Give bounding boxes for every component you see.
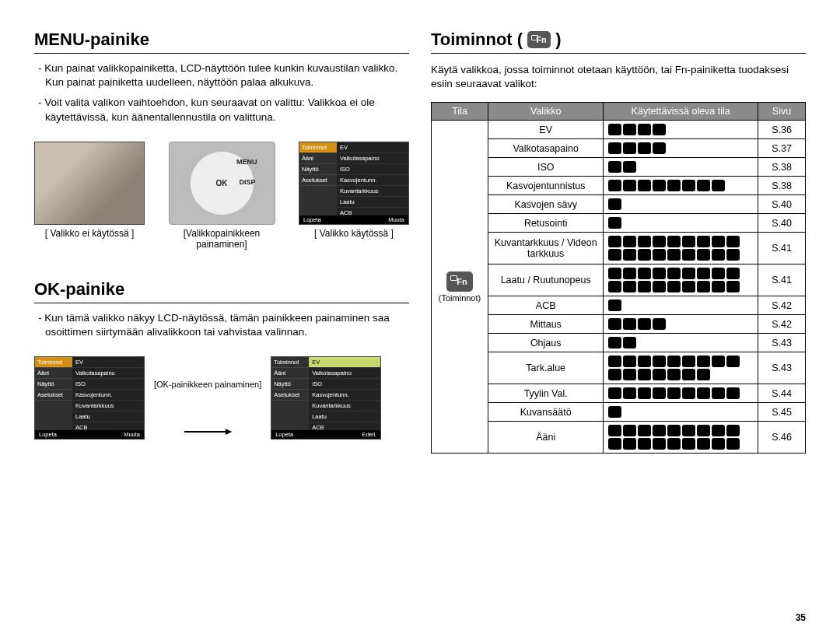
sivu-cell: S.37 <box>758 139 806 158</box>
sivu-cell: S.43 <box>758 334 806 352</box>
valikko-cell: Mittaus <box>488 315 604 334</box>
sivu-cell: S.45 <box>758 403 806 422</box>
mode-icon <box>667 369 681 380</box>
dial-menu-label: MENU <box>236 158 257 166</box>
mode-icon <box>608 318 621 330</box>
dial-ok-label: OK <box>216 179 228 187</box>
mode-icon <box>726 281 740 292</box>
mode-icon <box>712 438 725 450</box>
modes-cell <box>604 139 758 158</box>
mode-icon <box>638 369 651 380</box>
mode-icon <box>638 268 651 279</box>
table-row: Tark.alueS.43 <box>432 352 806 384</box>
sivu-cell: S.44 <box>758 384 806 403</box>
lcd-no-menu <box>34 142 145 225</box>
mode-icon <box>697 236 710 247</box>
menu-heading: MENU-painike <box>34 30 409 54</box>
mode-icon <box>726 387 740 399</box>
mode-icon <box>638 425 651 436</box>
mode-icon <box>608 249 621 261</box>
table-row: ACBS.42 <box>432 296 806 315</box>
table-row: KuvansäätöS.45 <box>432 403 806 422</box>
valikko-cell: Retusointi <box>488 214 604 233</box>
mode-icon <box>682 387 695 399</box>
mode-icon <box>608 356 621 367</box>
mode-icon <box>638 281 651 292</box>
mode-icon <box>697 281 710 292</box>
tila-label: (Toiminnot) <box>439 293 481 303</box>
mode-icon <box>638 249 651 261</box>
mode-icon <box>608 180 621 191</box>
mode-icon <box>608 268 621 279</box>
toiminnot-heading: Toiminnot ( Fn ) <box>431 30 806 54</box>
mode-icon <box>682 236 695 247</box>
ok-menu-sidebar-2: Toiminnot Ääni Näyttö Asetukset <box>271 357 309 439</box>
mode-icon <box>726 236 740 247</box>
mode-icon <box>608 124 621 135</box>
mode-icon <box>638 356 651 367</box>
ok-lcd-after: Toiminnot Ääni Näyttö Asetukset EV Valko… <box>271 356 381 440</box>
lcd-menu-shown: Toiminnot Ääni Näyttö Asetukset EV Valko… <box>299 142 409 225</box>
mode-icon <box>608 142 621 154</box>
table-row: KasvojentunnistusS.38 <box>432 177 806 195</box>
valikko-cell: ACB <box>488 296 604 315</box>
mode-icon <box>667 268 681 279</box>
table-row: Kuvantarkkuus / Videon tarkkuusS.41 <box>432 233 806 264</box>
valikko-cell: Ohjaus <box>488 334 604 352</box>
mode-icon <box>682 249 695 261</box>
mode-icon <box>653 142 666 154</box>
mode-icon <box>608 406 621 418</box>
mode-icon <box>653 318 666 330</box>
mode-icon <box>712 425 725 436</box>
mode-icon <box>712 180 725 191</box>
mode-icon <box>623 369 636 380</box>
sivu-cell: S.42 <box>758 296 806 315</box>
mode-icon <box>608 337 621 349</box>
modes-cell <box>604 352 758 384</box>
ok-lcd-before: Toiminnot Ääni Näyttö Asetukset EV Valko… <box>34 356 145 440</box>
mode-icon <box>608 217 621 229</box>
dial-caption: [Valikkopainikkeen painaminen] <box>160 228 283 250</box>
mode-icon <box>682 356 695 367</box>
menu-list: EV Valkotasapaino ISO Kasvojentunn. Kuva… <box>337 142 408 224</box>
mode-icon <box>608 299 621 311</box>
table-row: Laatu / RuutunopeusS.41 <box>432 264 806 296</box>
mode-icon <box>623 142 636 154</box>
mode-icon <box>726 438 740 450</box>
mode-icon <box>667 387 681 399</box>
modes-cell <box>604 158 758 177</box>
mode-icon <box>653 268 666 279</box>
mode-icon <box>638 438 651 450</box>
lcd-no-menu-caption: [ Valikko ei käytössä ] <box>45 228 135 239</box>
ok-heading: OK-painike <box>34 279 409 303</box>
functions-table: Tila Valikko Käytettävissä oleva tila Si… <box>431 102 806 454</box>
mode-icon <box>608 369 621 380</box>
modes-cell <box>604 315 758 334</box>
sivu-cell: S.43 <box>758 352 806 384</box>
mode-icon <box>623 318 636 330</box>
mode-icon <box>623 337 636 349</box>
modes-cell <box>604 384 758 403</box>
sivu-cell: S.41 <box>758 264 806 296</box>
mode-icon <box>712 249 725 261</box>
table-row: MittausS.42 <box>432 315 806 334</box>
tila-cell: Fn(Toiminnot) <box>432 121 488 454</box>
table-row: OhjausS.43 <box>432 334 806 352</box>
table-row: RetusointiS.40 <box>432 214 806 233</box>
mode-icon <box>623 425 636 436</box>
mode-icon <box>638 318 651 330</box>
table-row: Fn(Toiminnot)EVS.36 <box>432 121 806 139</box>
mode-icon <box>638 180 651 191</box>
sivu-cell: S.40 <box>758 214 806 233</box>
valikko-cell: Kuvantarkkuus / Videon tarkkuus <box>488 233 604 264</box>
valikko-cell: Valkotasapaino <box>488 139 604 158</box>
mode-icon <box>712 356 725 367</box>
mode-icon <box>623 438 636 450</box>
fn-icon: Fn <box>527 31 551 48</box>
modes-cell <box>604 264 758 296</box>
mode-icon <box>608 387 621 399</box>
mode-icon <box>638 142 651 154</box>
mode-icon <box>697 356 710 367</box>
fn-icon: Fn <box>446 271 473 292</box>
th-sivu: Sivu <box>758 103 806 121</box>
